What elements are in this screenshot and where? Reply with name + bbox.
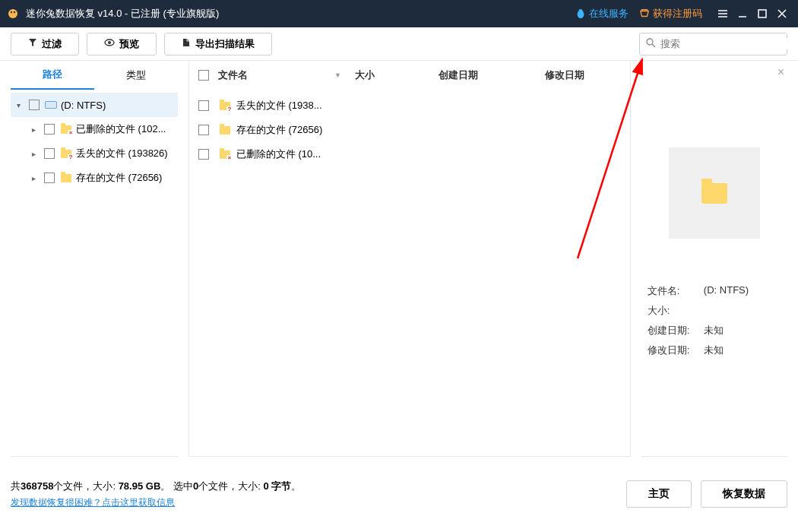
- tree-item-drive[interactable]: ▾ (D: NTFS): [11, 93, 178, 117]
- svg-point-2: [14, 11, 15, 13]
- checkbox[interactable]: [29, 100, 40, 110]
- chevron-right-icon[interactable]: ▸: [32, 150, 43, 158]
- drive-icon: [44, 101, 58, 109]
- details-panel: × 文件名:(D: NTFS) 大小: 创建日期:未知 修改日期:未知: [641, 61, 787, 457]
- file-list-panel: 文件名 ▼ 大小 创建日期 修改日期 ? 丢失的文件 (1938... 存在的文…: [188, 61, 631, 457]
- maximize-icon[interactable]: [752, 4, 772, 24]
- menu-icon[interactable]: [713, 4, 733, 24]
- checkbox[interactable]: [198, 125, 209, 135]
- status-text: 共368758个文件，大小: 78.95 GB。 选中0个文件，大小: 0 字节…: [11, 480, 301, 493]
- svg-point-8: [647, 39, 653, 45]
- file-list: ? 丢失的文件 (1938... 存在的文件 (72656) × 已删除的文件 …: [189, 89, 630, 456]
- folder-deleted-icon: ×: [59, 125, 73, 134]
- detail-value: 未知: [704, 344, 724, 357]
- tree-item-lost[interactable]: ▸ ? 丢失的文件 (193826): [11, 141, 178, 166]
- file-name: 已删除的文件 (10...: [236, 147, 358, 161]
- export-icon: [182, 38, 191, 49]
- funnel-icon: [28, 38, 37, 49]
- filter-button[interactable]: 过滤: [11, 33, 79, 55]
- app-logo-icon: [6, 7, 20, 21]
- recover-button[interactable]: 恢复数据: [701, 480, 787, 508]
- column-name[interactable]: 文件名 ▼: [218, 68, 355, 82]
- export-button[interactable]: 导出扫描结果: [164, 33, 272, 55]
- file-name: 存在的文件 (72656): [236, 123, 358, 137]
- column-modified[interactable]: 修改日期: [545, 68, 621, 82]
- tree-item-existing[interactable]: ▸ 存在的文件 (72656): [11, 166, 178, 190]
- file-row[interactable]: ? 丢失的文件 (1938...: [198, 93, 621, 118]
- tree-label: (D: NTFS): [61, 100, 106, 111]
- svg-point-0: [8, 9, 17, 18]
- minimize-icon[interactable]: [733, 4, 752, 24]
- select-all-checkbox[interactable]: [198, 70, 209, 81]
- checkbox[interactable]: [44, 124, 55, 135]
- checkbox[interactable]: [44, 148, 55, 159]
- home-button[interactable]: 主页: [626, 480, 692, 508]
- svg-point-1: [11, 11, 12, 13]
- export-label: 导出扫描结果: [195, 37, 255, 51]
- preview-button[interactable]: 预览: [87, 33, 157, 55]
- preview-thumbnail: [669, 147, 760, 239]
- chevron-right-icon[interactable]: ▸: [32, 174, 43, 182]
- tree-item-deleted[interactable]: ▸ × 已删除的文件 (102...: [11, 117, 178, 141]
- file-row[interactable]: × 已删除的文件 (10...: [198, 142, 621, 166]
- checkbox[interactable]: [198, 100, 209, 111]
- tree-tabs: 路径 类型: [11, 61, 178, 90]
- svg-point-7: [108, 41, 111, 44]
- search-box[interactable]: [639, 33, 787, 55]
- checkbox[interactable]: [44, 173, 55, 183]
- online-service-link[interactable]: 在线服务: [575, 7, 629, 21]
- file-row[interactable]: 存在的文件 (72656): [198, 118, 621, 142]
- sort-arrow-icon: ▼: [334, 71, 341, 79]
- tree-label: 丢失的文件 (193826): [76, 147, 168, 160]
- titlebar: 迷你兔数据恢复 v14.0 - 已注册 (专业旗舰版) 在线服务 获得注册码: [0, 0, 798, 27]
- detail-label: 修改日期:: [648, 344, 704, 357]
- tab-type[interactable]: 类型: [94, 61, 178, 90]
- folder-lost-icon: ?: [218, 102, 232, 110]
- detail-value: (D: NTFS): [704, 284, 749, 298]
- folder-deleted-icon: ×: [218, 150, 232, 159]
- tab-path[interactable]: 路径: [11, 61, 94, 90]
- detail-label: 大小:: [648, 304, 704, 318]
- tree-label: 存在的文件 (72656): [76, 171, 162, 185]
- content-area: 路径 类型 ▾ (D: NTFS) ▸ × 已删除的文件 (102... ▸ ?…: [0, 61, 798, 467]
- search-icon: [646, 37, 656, 51]
- column-size[interactable]: 大小: [355, 68, 439, 82]
- help-link[interactable]: 发现数据恢复很困难？点击这里获取信息: [11, 496, 301, 509]
- filter-label: 过滤: [42, 37, 62, 51]
- svg-rect-5: [758, 10, 766, 17]
- svg-point-4: [578, 9, 582, 13]
- folder-tree: ▾ (D: NTFS) ▸ × 已删除的文件 (102... ▸ ? 丢失的文件…: [11, 90, 178, 456]
- checkbox[interactable]: [198, 149, 209, 160]
- preview-label: 预览: [119, 37, 139, 51]
- folder-icon: [701, 183, 727, 204]
- online-service-label: 在线服务: [589, 7, 629, 21]
- status-bar: 共368758个文件，大小: 78.95 GB。 选中0个文件，大小: 0 字节…: [0, 467, 798, 521]
- close-icon[interactable]: [772, 4, 792, 24]
- folder-icon: [218, 126, 232, 135]
- file-name: 丢失的文件 (1938...: [236, 99, 358, 112]
- get-code-label: 获得注册码: [653, 7, 702, 21]
- get-code-link[interactable]: 获得注册码: [639, 7, 702, 21]
- column-header: 文件名 ▼ 大小 创建日期 修改日期: [189, 62, 630, 89]
- column-created[interactable]: 创建日期: [439, 68, 545, 82]
- eye-icon: [104, 38, 115, 49]
- chevron-right-icon[interactable]: ▸: [32, 125, 43, 134]
- window-title: 迷你兔数据恢复 v14.0 - 已注册 (专业旗舰版): [26, 7, 219, 21]
- detail-value: 未知: [704, 324, 724, 337]
- detail-label: 创建日期:: [648, 324, 704, 337]
- chevron-down-icon[interactable]: ▾: [17, 101, 27, 109]
- detail-label: 文件名:: [648, 284, 704, 298]
- folder-lost-icon: ?: [59, 150, 73, 158]
- left-panel: 路径 类型 ▾ (D: NTFS) ▸ × 已删除的文件 (102... ▸ ?…: [11, 61, 178, 457]
- tree-label: 已删除的文件 (102...: [76, 122, 166, 136]
- search-input[interactable]: [660, 38, 788, 49]
- close-panel-icon[interactable]: ×: [777, 65, 784, 79]
- folder-icon: [59, 174, 73, 182]
- details-list: 文件名:(D: NTFS) 大小: 创建日期:未知 修改日期:未知: [641, 284, 787, 363]
- toolbar: 过滤 预览 导出扫描结果: [0, 27, 798, 61]
